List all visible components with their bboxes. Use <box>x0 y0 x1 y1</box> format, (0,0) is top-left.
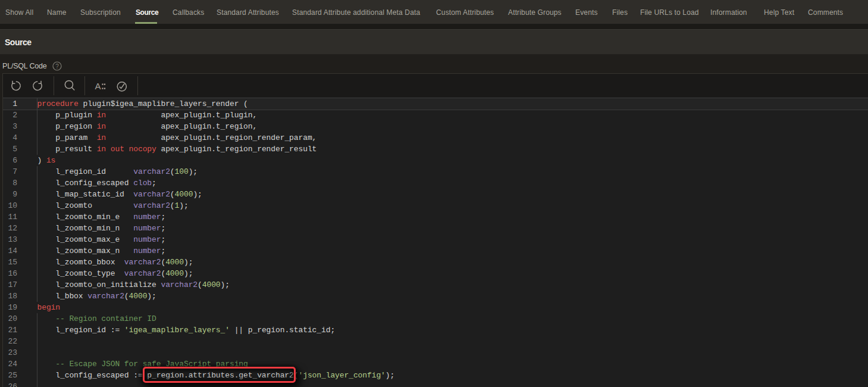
svg-text:A: A <box>95 81 101 91</box>
svg-text:?: ? <box>55 63 59 70</box>
